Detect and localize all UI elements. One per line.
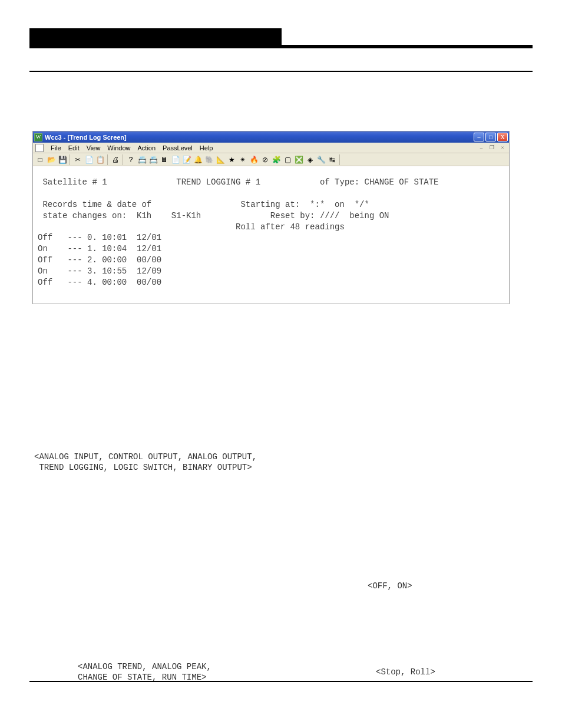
- print-icon[interactable]: 🖨: [110, 154, 121, 165]
- menu-window[interactable]: Window: [107, 144, 130, 151]
- trend-types-text: <ANALOG TREND, ANALOG PEAK, CHANGE OF ST…: [78, 661, 211, 683]
- footer-thin-rule: [29, 681, 533, 682]
- tool-icon[interactable]: 📇: [137, 154, 147, 165]
- tool-icon[interactable]: ↹: [327, 154, 338, 165]
- tool-icon[interactable]: ⊘: [260, 154, 270, 165]
- tool-icon[interactable]: ◈: [305, 154, 315, 165]
- tool-icon[interactable]: 📝: [181, 154, 192, 165]
- menu-passlevel[interactable]: PassLevel: [163, 144, 193, 151]
- copy-icon[interactable]: 📄: [84, 154, 94, 165]
- child-minimize-button[interactable]: –: [477, 144, 485, 151]
- new-icon[interactable]: □: [35, 154, 45, 165]
- toolbar-separator: [339, 154, 340, 165]
- tool-icon[interactable]: ★: [226, 154, 237, 165]
- header-thick-rule: [29, 45, 533, 48]
- child-close-button[interactable]: ×: [498, 144, 507, 151]
- cut-icon[interactable]: ✂: [72, 154, 83, 165]
- menu-view[interactable]: View: [87, 144, 101, 151]
- tool-icon[interactable]: ✴: [237, 154, 248, 165]
- tool-icon[interactable]: 📇: [148, 154, 158, 165]
- close-button[interactable]: X: [497, 133, 508, 141]
- tool-icon[interactable]: 🖩: [159, 154, 170, 165]
- header-black-bar: [29, 28, 282, 45]
- tool-icon[interactable]: ▢: [282, 154, 293, 165]
- tool-icon[interactable]: 📐: [215, 154, 226, 165]
- menu-edit[interactable]: Edit: [68, 144, 80, 151]
- minimize-button[interactable]: –: [474, 133, 484, 141]
- child-restore-button[interactable]: ❐: [488, 144, 496, 151]
- window-title: Wcc3 - [Trend Log Screen]: [45, 134, 474, 141]
- toolbar-separator: [123, 154, 124, 165]
- titlebar[interactable]: W Wcc3 - [Trend Log Screen] – □ X: [33, 131, 509, 143]
- tool-icon[interactable]: 🔥: [249, 154, 259, 165]
- types-list-text: <ANALOG INPUT, CONTROL OUTPUT, ANALOG OU…: [34, 452, 257, 473]
- toolbar: □ 📂 💾 ✂ 📄 📋 🖨 ? 📇 📇 🖩 📄 📝 🔔 🐘 📐 ★ ✴ 🔥 ⊘ …: [33, 153, 509, 166]
- maximize-button[interactable]: □: [485, 133, 496, 141]
- menu-action[interactable]: Action: [137, 144, 156, 151]
- help-icon[interactable]: ?: [125, 154, 136, 165]
- tool-icon[interactable]: 📄: [170, 154, 181, 165]
- open-icon[interactable]: 📂: [46, 154, 57, 165]
- paste-icon[interactable]: 📋: [95, 154, 105, 165]
- app-window: W Wcc3 - [Trend Log Screen] – □ X File E…: [32, 131, 510, 304]
- header-thin-rule: [29, 71, 533, 72]
- menu-help[interactable]: Help: [200, 144, 213, 151]
- toolbar-separator: [107, 154, 108, 165]
- trend-log-content: Satellite # 1 TREND LOGGING # 1 of Type:…: [33, 166, 509, 304]
- off-on-text: <OFF, ON>: [368, 581, 412, 591]
- toolbar-separator: [70, 154, 71, 165]
- tool-icon[interactable]: 🐘: [204, 154, 214, 165]
- tool-icon[interactable]: ❎: [293, 154, 304, 165]
- tool-icon[interactable]: 🧩: [271, 154, 282, 165]
- stop-roll-text: <Stop, Roll>: [376, 667, 435, 677]
- document-icon[interactable]: [35, 144, 44, 152]
- menubar: File Edit View Window Action PassLevel H…: [33, 143, 509, 153]
- save-icon[interactable]: 💾: [57, 154, 68, 165]
- tool-icon[interactable]: 🔔: [193, 154, 203, 165]
- tool-icon[interactable]: 🔧: [316, 154, 326, 165]
- app-icon: W: [34, 133, 42, 141]
- menu-file[interactable]: File: [51, 144, 61, 151]
